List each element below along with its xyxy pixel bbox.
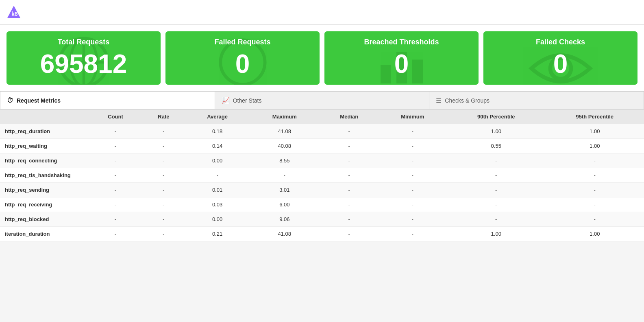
cell-r1-c2: -	[141, 139, 186, 153]
cell-r4-c0: http_req_sending	[0, 183, 89, 197]
tab-checks-groups[interactable]: ☰Checks & Groups	[429, 92, 644, 109]
stat-card-total-requests: Total Requests 695812	[7, 31, 161, 85]
tab-label-checks-groups: Checks & Groups	[445, 97, 490, 104]
col-header-4: Maximum	[249, 110, 320, 124]
cell-r2-c1: -	[89, 153, 141, 168]
cell-r1-c6: -	[378, 139, 447, 153]
cell-r0-c8: 1.00	[545, 124, 644, 139]
table-row: http_req_tls_handshaking--------	[0, 168, 644, 183]
cell-r1-c0: http_req_waiting	[0, 139, 89, 153]
cell-r2-c3: 0.00	[186, 153, 249, 168]
cell-r2-c8: -	[545, 153, 644, 168]
cell-r5-c7: -	[447, 197, 545, 212]
cell-r6-c8: -	[545, 212, 644, 227]
col-header-2: Rate	[141, 110, 186, 124]
stat-value-failed-requests: 0	[172, 50, 313, 78]
cell-r2-c0: http_req_connecting	[0, 153, 89, 168]
cell-r6-c3: 0.00	[186, 212, 249, 227]
cell-r1-c7: 0.55	[447, 139, 545, 153]
cell-r3-c3: -	[186, 168, 249, 183]
tab-icon-request-metrics: ⏱	[7, 97, 13, 104]
tab-label-other-stats: Other Stats	[233, 97, 262, 104]
stat-value-total-requests: 695812	[13, 50, 154, 78]
cell-r7-c1: -	[89, 227, 141, 241]
cell-r0-c7: 1.00	[447, 124, 545, 139]
cell-r7-c6: -	[378, 227, 447, 241]
metrics-table: CountRateAverageMaximumMedianMinimum90th…	[0, 110, 644, 241]
cell-r6-c5: -	[320, 212, 378, 227]
cell-r2-c2: -	[141, 153, 186, 168]
stat-title-total-requests: Total Requests	[13, 38, 154, 46]
cell-r1-c4: 40.08	[249, 139, 320, 153]
tab-bar: ⏱Request Metrics📈Other Stats☰Checks & Gr…	[0, 91, 644, 110]
stat-card-breached-thresholds: Breached Thresholds 0	[324, 31, 479, 85]
stat-value-breached-thresholds: 0	[331, 50, 472, 78]
app-header: k6	[0, 0, 644, 25]
cell-r0-c5: -	[320, 124, 378, 139]
cell-r4-c1: -	[89, 183, 141, 197]
cell-r6-c4: 9.06	[249, 212, 320, 227]
cell-r0-c0: http_req_duration	[0, 124, 89, 139]
cell-r4-c6: -	[378, 183, 447, 197]
cell-r4-c2: -	[141, 183, 186, 197]
cell-r0-c3: 0.18	[186, 124, 249, 139]
svg-text:k6: k6	[11, 11, 18, 17]
cell-r0-c4: 41.08	[249, 124, 320, 139]
cell-r7-c3: 0.21	[186, 227, 249, 241]
cell-r3-c0: http_req_tls_handshaking	[0, 168, 89, 183]
col-header-6: Minimum	[378, 110, 447, 124]
cell-r3-c8: -	[545, 168, 644, 183]
cell-r2-c6: -	[378, 153, 447, 168]
k6-logo: k6	[7, 5, 21, 20]
stat-title-failed-checks: Failed Checks	[490, 38, 631, 46]
stats-row: Total Requests 695812 Failed Requests 0 …	[0, 25, 644, 91]
cell-r3-c5: -	[320, 168, 378, 183]
cell-r0-c2: -	[141, 124, 186, 139]
table-header: CountRateAverageMaximumMedianMinimum90th…	[0, 110, 644, 124]
tab-request-metrics[interactable]: ⏱Request Metrics	[0, 92, 215, 109]
cell-r2-c4: 8.55	[249, 153, 320, 168]
main-content: ⏱Request Metrics📈Other Stats☰Checks & Gr…	[0, 91, 644, 248]
cell-r1-c1: -	[89, 139, 141, 153]
cell-r4-c8: -	[545, 183, 644, 197]
table-row: http_req_duration--0.1841.08--1.001.00	[0, 124, 644, 139]
cell-r5-c2: -	[141, 197, 186, 212]
cell-r2-c5: -	[320, 153, 378, 168]
tab-other-stats[interactable]: 📈Other Stats	[215, 92, 430, 109]
cell-r4-c4: 3.01	[249, 183, 320, 197]
table-row: http_req_sending--0.013.01----	[0, 183, 644, 197]
col-header-8: 95th Percentile	[545, 110, 644, 124]
col-header-1: Count	[89, 110, 141, 124]
cell-r6-c0: http_req_blocked	[0, 212, 89, 227]
cell-r3-c2: -	[141, 168, 186, 183]
cell-r5-c3: 0.03	[186, 197, 249, 212]
stat-card-failed-requests: Failed Requests 0	[165, 31, 320, 85]
col-header-0	[0, 110, 89, 124]
cell-r7-c7: 1.00	[447, 227, 545, 241]
cell-r5-c4: 6.00	[249, 197, 320, 212]
table-row: iteration_duration--0.2141.08--1.001.00	[0, 227, 644, 241]
cell-r7-c8: 1.00	[545, 227, 644, 241]
cell-r1-c8: 1.00	[545, 139, 644, 153]
table-body: http_req_duration--0.1841.08--1.001.00ht…	[0, 124, 644, 241]
cell-r5-c6: -	[378, 197, 447, 212]
cell-r3-c6: -	[378, 168, 447, 183]
cell-r7-c2: -	[141, 227, 186, 241]
col-header-3: Average	[186, 110, 249, 124]
table-row: http_req_blocked--0.009.06----	[0, 212, 644, 227]
cell-r4-c3: 0.01	[186, 183, 249, 197]
tab-icon-other-stats: 📈	[222, 96, 230, 104]
cell-r5-c5: -	[320, 197, 378, 212]
table-row: http_req_receiving--0.036.00----	[0, 197, 644, 212]
cell-r7-c0: iteration_duration	[0, 227, 89, 241]
cell-r6-c1: -	[89, 212, 141, 227]
table-header-row: CountRateAverageMaximumMedianMinimum90th…	[0, 110, 644, 124]
cell-r3-c4: -	[249, 168, 320, 183]
cell-r1-c5: -	[320, 139, 378, 153]
tab-label-request-metrics: Request Metrics	[17, 97, 61, 104]
cell-r6-c7: -	[447, 212, 545, 227]
cell-r6-c2: -	[141, 212, 186, 227]
stat-title-breached-thresholds: Breached Thresholds	[331, 38, 472, 46]
stat-value-failed-checks: 0	[490, 50, 631, 78]
cell-r0-c1: -	[89, 124, 141, 139]
